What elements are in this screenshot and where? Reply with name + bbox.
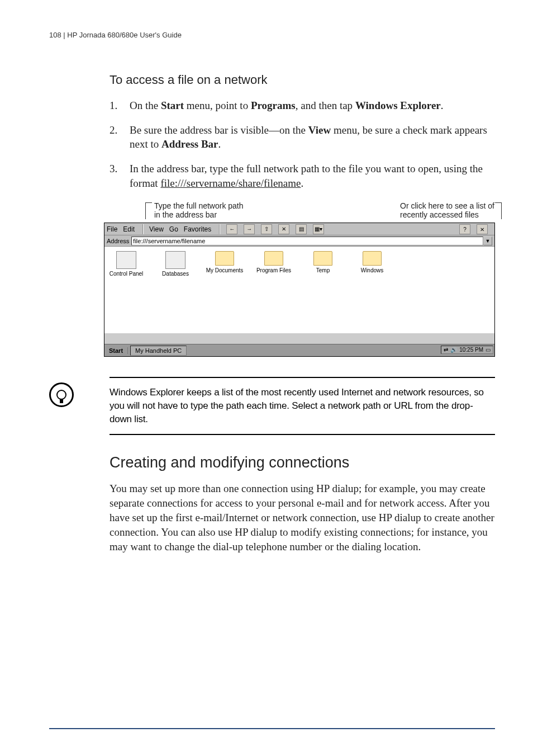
heading-creating-connections: Creating and modifying connections	[110, 454, 495, 471]
folder-icon	[363, 251, 382, 266]
folder-icon	[215, 251, 234, 266]
file-list: Control Panel Databases My Documents Pro…	[104, 247, 494, 333]
b: Programs	[251, 100, 296, 111]
lightbulb-icon	[49, 382, 74, 407]
b: Start	[161, 100, 184, 111]
list-item[interactable]: My Documents	[205, 251, 244, 329]
tray-volume-icon: 🔊	[450, 347, 457, 353]
folder-icon	[264, 251, 283, 266]
step-3: 3. In the address bar, type the full net…	[130, 162, 495, 190]
list-item[interactable]: Control Panel	[107, 251, 146, 329]
system-tray[interactable]: ⇄ 🔊 10:25 PM ▭	[441, 346, 493, 354]
address-bar: Address ▼	[104, 235, 494, 247]
footer-rule	[49, 728, 495, 729]
callout-bracket	[145, 202, 152, 219]
step-2: 2. Be sure the address bar is visible—on…	[130, 123, 495, 152]
screenshot-figure: Type the full network path in the addres…	[104, 201, 495, 357]
forward-icon[interactable]: →	[244, 224, 255, 234]
start-button[interactable]: Start	[104, 347, 128, 354]
address-dropdown-icon[interactable]: ▼	[483, 237, 492, 245]
databases-icon	[165, 251, 185, 269]
explorer-window: File Edit View Go Favorites ← → ⇧ ✕ ▤ ▦▾…	[104, 223, 495, 357]
b: Windows Explorer	[355, 100, 441, 111]
taskbar-app-button[interactable]: My Handheld PC	[130, 346, 187, 356]
step-text: On the	[130, 100, 161, 111]
body-paragraph: You may set up more than one connection …	[110, 481, 495, 555]
tip-text: Windows Explorer keeps a list of the mos…	[110, 377, 495, 434]
list-item[interactable]: Temp	[303, 251, 342, 329]
step-num: 1.	[110, 98, 117, 113]
address-input[interactable]	[131, 237, 483, 245]
tray-desktop-icon: ▭	[486, 347, 491, 353]
back-icon[interactable]: ←	[226, 224, 237, 234]
views-icon[interactable]: ▦▾	[313, 224, 324, 234]
control-panel-icon	[116, 251, 136, 269]
close-icon[interactable]: ✕	[477, 224, 488, 234]
menu-favorites[interactable]: Favorites	[184, 225, 211, 233]
callout-left-l2: in the address bar	[154, 210, 217, 219]
taskbar: Start My Handheld PC ⇄ 🔊 10:25 PM ▭	[104, 344, 494, 356]
tip-box: Windows Explorer keeps a list of the mos…	[49, 377, 495, 434]
b: Address Bar	[161, 138, 218, 150]
folder-icon	[313, 251, 332, 266]
steps-list: 1. On the Start menu, point to Programs,…	[110, 98, 495, 190]
list-item[interactable]: Program Files	[254, 251, 293, 329]
up-icon[interactable]: ⇧	[261, 224, 272, 234]
tray-network-icon: ⇄	[444, 347, 448, 353]
callout-right-l2: recently accessed files	[400, 210, 479, 219]
step-num: 2.	[110, 123, 117, 138]
delete-icon[interactable]: ✕	[278, 224, 289, 234]
step-1: 1. On the Start menu, point to Programs,…	[130, 98, 495, 113]
b: View	[308, 124, 331, 136]
menu-edit[interactable]: Edit	[123, 225, 135, 233]
menu-view[interactable]: View	[149, 225, 164, 233]
callout-right-l1: Or click here to see a list of	[400, 201, 494, 210]
section-heading: To access a file on a network	[110, 73, 495, 87]
help-icon[interactable]: ?	[459, 224, 470, 234]
address-label: Address	[107, 238, 129, 244]
page-header: 108 | HP Jornada 680/680e User's Guide	[49, 31, 495, 39]
menu-file[interactable]: File	[107, 225, 117, 233]
list-item[interactable]: Windows	[353, 251, 392, 329]
list-item[interactable]: Databases	[156, 251, 195, 329]
properties-icon[interactable]: ▤	[296, 224, 307, 234]
menubar: File Edit View Go Favorites ← → ⇧ ✕ ▤ ▦▾…	[104, 223, 494, 235]
path-example: file:///servername/share/filename	[160, 177, 301, 189]
menu-go[interactable]: Go	[169, 225, 178, 233]
tray-clock: 10:25 PM	[459, 347, 483, 353]
step-num: 3.	[110, 162, 117, 176]
callout-bracket	[495, 202, 502, 219]
callout-left-l1: Type the full network path	[154, 201, 244, 210]
step-text: Be sure the address bar is visible—on th…	[130, 124, 308, 136]
